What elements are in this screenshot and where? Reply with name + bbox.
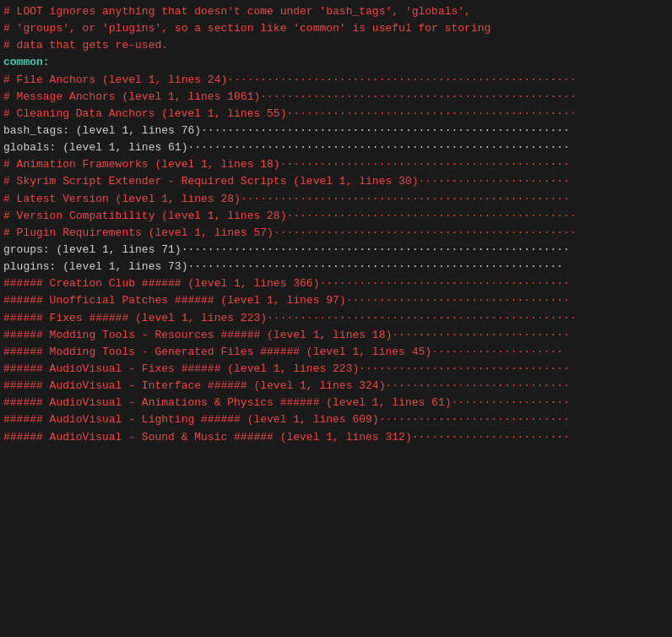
terminal-line-4: common: (0, 54, 672, 71)
terminal-line-7: # Cleaning Data Anchors (level 1, lines … (0, 106, 672, 122)
terminal-line-11: # Skyrim Script Extender - Required Scri… (0, 173, 672, 190)
terminal-line-15: groups: (level 1, lines 71)·············… (0, 242, 672, 259)
terminal-line-23: ###### AudioVisual - Interface ###### (l… (0, 378, 672, 395)
terminal-line-20: ###### Modding Tools - Resources ###### … (0, 327, 672, 344)
terminal-line-16: plugins: (level 1, lines 73)············… (0, 259, 672, 275)
terminal-line-17: ###### Creation Club ###### (level 1, li… (0, 275, 672, 292)
terminal-line-1: # LOOT ignores anything that doesn't com… (0, 3, 672, 20)
terminal-line-3: # data that gets re-used. (0, 37, 672, 54)
terminal-line-8: bash_tags: (level 1, lines 76)··········… (0, 122, 672, 139)
terminal-line-10: # Animation Frameworks (level 1, lines 1… (0, 156, 672, 173)
terminal-line-9: globals: (level 1, lines 61)············… (0, 139, 672, 156)
terminal-line-26: ###### AudioVisual - Sound & Music #####… (0, 429, 672, 446)
terminal-line-24: ###### AudioVisual - Animations & Physic… (0, 395, 672, 411)
terminal-line-13: # Version Compatibility (level 1, lines … (0, 208, 672, 225)
terminal-line-14: # Plugin Requirements (level 1, lines 57… (0, 225, 672, 242)
terminal-line-19: ###### Fixes ###### (level 1, lines 223)… (0, 310, 672, 327)
terminal-line-12: # Latest Version (level 1, lines 28)····… (0, 191, 672, 208)
terminal-line-6: # Message Anchors (level 1, lines 1061)·… (0, 89, 672, 106)
terminal-line-2: # 'groups', or 'plugins', so a section l… (0, 20, 672, 37)
terminal-line-21: ###### Modding Tools - Generated Files #… (0, 344, 672, 361)
terminal-line-5: # File Anchors (level 1, lines 24)······… (0, 72, 672, 89)
terminal-line-18: ###### Unofficial Patches ###### (level … (0, 292, 672, 309)
terminal-output: # LOOT ignores anything that doesn't com… (0, 0, 672, 449)
terminal-line-22: ###### AudioVisual - Fixes ###### (level… (0, 361, 672, 378)
terminal-line-25: ###### AudioVisual - Lighting ###### (le… (0, 411, 672, 428)
